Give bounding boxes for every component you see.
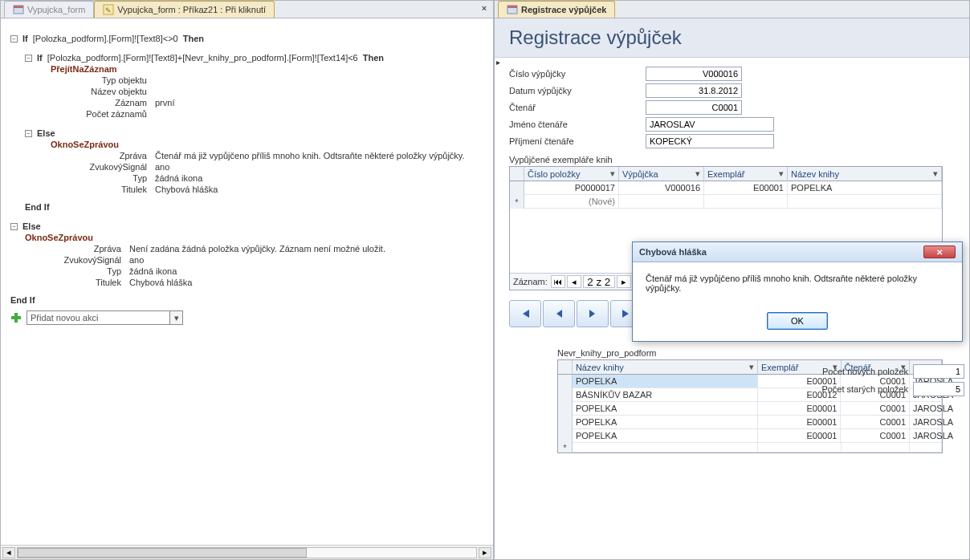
- jmeno-field[interactable]: JAROSLAV: [646, 117, 774, 132]
- condition-expr[interactable]: [Polozka_podform].[Form]![Text8]+[Nevr_k…: [47, 53, 358, 63]
- horizontal-scrollbar[interactable]: ◂ ▸: [1, 545, 493, 559]
- old-count-field[interactable]: 5: [913, 382, 964, 396]
- new-row[interactable]: * (Nové): [510, 195, 942, 209]
- section-label: Vypůjčené exempláře knih: [509, 155, 955, 164]
- tab-label: Vypujcka_form: [27, 5, 85, 14]
- macro-editor-pane: Vypujcka_form ✎ Vypujcka_form : Příkaz21…: [0, 0, 494, 560]
- field-label: Příjmení čtenáře: [509, 136, 646, 146]
- endif-keyword: End If: [10, 295, 35, 305]
- else-keyword: Else: [37, 128, 55, 138]
- if-keyword: If: [37, 53, 43, 63]
- prev-button[interactable]: [543, 300, 575, 327]
- form-icon: [13, 4, 24, 15]
- close-button[interactable]: ✕: [923, 246, 956, 258]
- ok-button[interactable]: OK: [767, 312, 828, 330]
- collapse-icon[interactable]: −: [10, 223, 18, 230]
- if-keyword: If: [22, 34, 28, 43]
- tab-vypujcka-form[interactable]: Vypujcka_form: [4, 1, 94, 18]
- macro-icon: ✎: [103, 4, 114, 15]
- macro-command[interactable]: OknoSeZprávou: [51, 140, 119, 149]
- column-header[interactable]: Název knihy▾: [573, 360, 758, 375]
- field-label: Datum výpůjčky: [509, 86, 646, 95]
- record-position-input[interactable]: [583, 275, 615, 288]
- tab-registrace[interactable]: Registrace výpůjček: [498, 1, 615, 18]
- left-tab-bar: Vypujcka_form ✎ Vypujcka_form : Příkaz21…: [1, 1, 493, 18]
- new-record-icon: *: [558, 443, 573, 452]
- column-header[interactable]: Exemplář▾: [704, 167, 788, 181]
- table-row[interactable]: P0000017 V000016 E00001 POPELKA: [510, 181, 942, 195]
- field-label: Číslo výpůjčky: [509, 69, 646, 79]
- field-label: Jméno čtenáře: [509, 120, 646, 129]
- ctenar-field[interactable]: C0001: [646, 100, 742, 115]
- endif-keyword: End If: [25, 202, 50, 212]
- macro-command[interactable]: OknoSeZprávou: [25, 233, 93, 242]
- new-record-icon: *: [510, 195, 524, 209]
- record-selector-icon[interactable]: ▸: [496, 58, 500, 67]
- goto-args: Typ objektu Název objektu Záznamprvní Po…: [10, 75, 483, 120]
- svg-rect-5: [11, 316, 21, 319]
- svg-rect-1: [14, 6, 23, 8]
- svg-rect-7: [507, 6, 517, 8]
- dialog-title: Chybová hláška: [639, 247, 707, 257]
- new-row[interactable]: *: [558, 443, 942, 452]
- prev-record-button[interactable]: ◂: [567, 275, 581, 288]
- new-count-field[interactable]: 1: [913, 364, 964, 379]
- next-record-button[interactable]: ▸: [617, 275, 631, 288]
- field-label: Počet starých položek: [821, 384, 908, 394]
- page-title: Registrace výpůjček: [495, 18, 969, 58]
- form-icon: [507, 4, 518, 15]
- prijmeni-field[interactable]: KOPECKÝ: [646, 134, 774, 148]
- error-dialog: Chybová hláška ✕ Čtenář má již vypůjčeno…: [632, 241, 963, 342]
- table-row[interactable]: POPELKAE00001C0001JAROSLA: [558, 416, 942, 429]
- macro-command[interactable]: PřejítNaZáznam: [51, 64, 117, 74]
- collapse-icon[interactable]: −: [10, 35, 18, 43]
- tab-macro-active[interactable]: ✎ Vypujcka_form : Příkaz21 : Při kliknut…: [94, 1, 275, 18]
- else-keyword: Else: [22, 221, 41, 231]
- table-row[interactable]: POPELKAE00001C0001JAROSLA: [558, 429, 942, 443]
- cislo-vypujcky-field[interactable]: V000016: [646, 67, 742, 81]
- next-button[interactable]: [577, 300, 609, 327]
- add-action-combo[interactable]: Přidat novou akci ▾: [26, 310, 183, 325]
- scroll-right-icon[interactable]: ▸: [479, 547, 491, 558]
- condition-expr[interactable]: [Polozka_podform].[Form]![Text8]<>0: [33, 34, 178, 43]
- column-header[interactable]: Číslo položky▾: [524, 167, 619, 181]
- macro-body: − If [Polozka_podform].[Form]![Text8]<>0…: [1, 18, 493, 545]
- column-header[interactable]: Výpůjčka▾: [619, 167, 704, 181]
- then-keyword: Then: [363, 53, 384, 63]
- section-label: Nevr_knihy_pro_podform: [557, 348, 955, 358]
- field-label: Čtenář: [509, 103, 646, 112]
- scroll-left-icon[interactable]: ◂: [2, 547, 15, 558]
- dialog-text: Čtenář má již vypůjčeno příliš mnoho kni…: [633, 262, 962, 304]
- first-record-button[interactable]: ⏮: [551, 275, 565, 288]
- chevron-down-icon[interactable]: ▾: [169, 311, 182, 324]
- tab-label: Registrace výpůjček: [521, 5, 606, 14]
- collapse-icon[interactable]: −: [25, 130, 32, 137]
- right-tab-bar: Registrace výpůjček: [495, 1, 969, 18]
- close-icon[interactable]: ×: [478, 3, 491, 14]
- datum-field[interactable]: 31.8.2012: [646, 83, 742, 98]
- then-keyword: Then: [183, 34, 204, 43]
- collapse-icon[interactable]: −: [25, 55, 32, 62]
- registration-form-pane: Registrace výpůjček Registrace výpůjček …: [494, 0, 970, 560]
- svg-text:✎: ✎: [105, 6, 112, 14]
- first-button[interactable]: [509, 300, 541, 327]
- tab-label: Vypujcka_form : Příkaz21 : Při kliknutí: [117, 5, 266, 14]
- add-icon[interactable]: [10, 312, 22, 323]
- field-label: Počet nových položek: [822, 367, 908, 376]
- column-header[interactable]: Název knihy▾: [788, 167, 942, 181]
- table-row[interactable]: POPELKAE00001C0001JAROSLA: [558, 402, 942, 416]
